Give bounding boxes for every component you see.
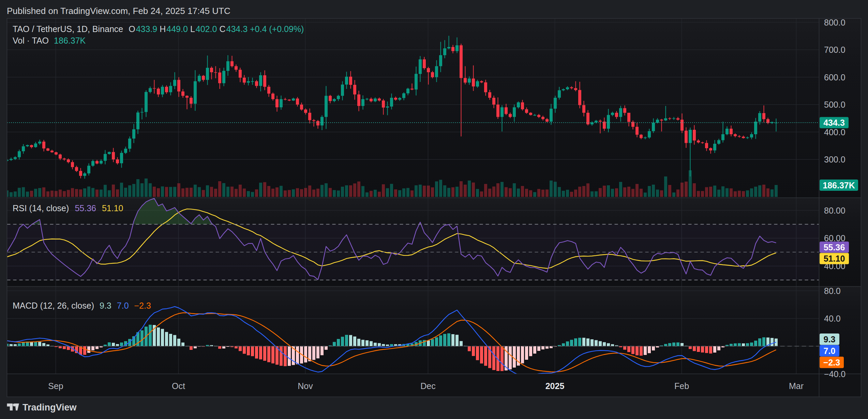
svg-text:402.0: 402.0 xyxy=(196,24,217,34)
svg-text:434.3: 434.3 xyxy=(823,118,845,127)
svg-text:55.36: 55.36 xyxy=(824,243,845,252)
svg-text:51.10: 51.10 xyxy=(102,203,123,213)
svg-text:7.0: 7.0 xyxy=(824,346,836,356)
svg-text:400.0: 400.0 xyxy=(824,127,845,137)
svg-text:−2.3: −2.3 xyxy=(134,301,151,310)
svg-text:2025: 2025 xyxy=(545,381,565,391)
svg-text:7.0: 7.0 xyxy=(117,301,129,310)
svg-text:RSI (14, close): RSI (14, close) xyxy=(13,203,69,213)
svg-text:Mar: Mar xyxy=(789,381,804,391)
svg-text:55.36: 55.36 xyxy=(75,203,96,213)
svg-text:700.0: 700.0 xyxy=(824,45,845,55)
svg-text:L: L xyxy=(190,24,195,34)
svg-text:9.3: 9.3 xyxy=(100,301,111,310)
svg-text:434.3: 434.3 xyxy=(226,24,248,34)
svg-text:Vol · TAO: Vol · TAO xyxy=(13,36,49,45)
svg-text:Dec: Dec xyxy=(420,381,435,391)
svg-text:−2.3: −2.3 xyxy=(823,358,840,367)
svg-text:40.0: 40.0 xyxy=(824,314,841,323)
svg-text:600.0: 600.0 xyxy=(824,73,845,82)
svg-text:433.9: 433.9 xyxy=(136,24,158,34)
svg-text:186.37K: 186.37K xyxy=(54,36,86,45)
svg-text:80.0: 80.0 xyxy=(824,286,841,296)
svg-text:9.3: 9.3 xyxy=(824,335,836,344)
svg-text:Published on TradingView.com,: Published on TradingView.com, Feb 24, 20… xyxy=(7,6,230,16)
svg-text:TAO / TetherUS, 1D, Binance: TAO / TetherUS, 1D, Binance xyxy=(13,24,123,34)
svg-text:500.0: 500.0 xyxy=(824,100,845,109)
svg-text:C: C xyxy=(219,24,225,34)
svg-text:TradingView: TradingView xyxy=(23,402,77,413)
svg-text:80.00: 80.00 xyxy=(824,206,845,215)
svg-text:449.0: 449.0 xyxy=(166,24,188,34)
svg-text:186.37K: 186.37K xyxy=(823,181,855,190)
svg-text:H: H xyxy=(160,24,166,34)
svg-text:300.0: 300.0 xyxy=(824,155,845,164)
svg-text:Sep: Sep xyxy=(48,381,63,391)
svg-text:O: O xyxy=(129,24,135,34)
svg-text:+0.4 (+0.09%): +0.4 (+0.09%) xyxy=(250,24,304,34)
svg-text:−40.0: −40.0 xyxy=(824,369,845,379)
svg-text:Oct: Oct xyxy=(172,381,185,391)
svg-text:Feb: Feb xyxy=(674,381,689,391)
svg-text:Nov: Nov xyxy=(298,381,313,391)
svg-text:51.10: 51.10 xyxy=(824,254,845,263)
svg-text:MACD (12, 26, close): MACD (12, 26, close) xyxy=(13,301,94,310)
svg-text:800.0: 800.0 xyxy=(824,18,845,27)
